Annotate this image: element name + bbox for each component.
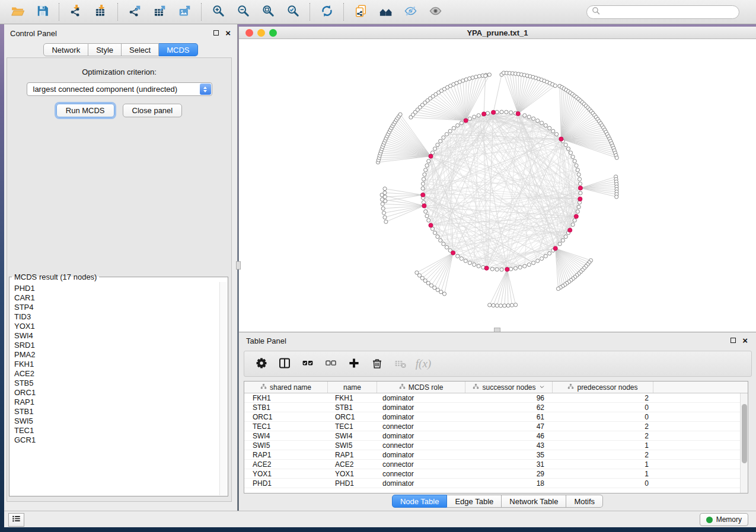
cell-name[interactable]: SWI4 (328, 431, 377, 440)
table-scrollbar-thumb[interactable] (742, 404, 747, 463)
mcds-result-item[interactable]: SRD1 (14, 341, 219, 350)
run-mcds-button[interactable]: Run MCDS (56, 104, 114, 117)
cell-name[interactable]: FKH1 (328, 393, 377, 402)
save-session-button[interactable] (30, 1, 55, 23)
cell-mcds-role[interactable]: dominator (377, 450, 465, 459)
cell-name[interactable]: YOX1 (328, 469, 377, 478)
column-header-successor-nodes[interactable]: successor nodes (465, 382, 553, 393)
table-row[interactable]: TEC1TEC1connector472 (244, 422, 748, 431)
cell-name[interactable]: TEC1 (328, 422, 377, 431)
zoom-selected-button[interactable] (280, 1, 305, 23)
cell-predecessor-nodes[interactable]: 1 (553, 441, 653, 450)
float-window-icon[interactable] (213, 30, 219, 36)
mcds-result-list[interactable]: PHD1CAR1STP4TID3YOX1SWI4SRD1PMA2FKH1ACE2… (10, 283, 219, 495)
zoom-in-button[interactable] (206, 1, 231, 23)
show-all-button[interactable] (423, 1, 448, 23)
cell-name[interactable]: PHD1 (328, 479, 377, 488)
mcds-result-item[interactable]: CAR1 (14, 293, 219, 303)
cell-name[interactable]: RAP1 (328, 450, 377, 459)
table-row[interactable]: SWI5SWI5connector431 (244, 441, 748, 450)
table-scrollbar[interactable] (740, 393, 748, 493)
cell-shared-name[interactable]: ACE2 (244, 460, 328, 469)
first-neighbors-button[interactable] (373, 1, 398, 23)
open-file-button[interactable] (5, 1, 30, 23)
tab-motifs[interactable]: Motifs (566, 495, 603, 508)
mcds-result-item[interactable]: YOX1 (14, 322, 219, 331)
delete-columns-button[interactable] (368, 354, 387, 373)
optimization-criterion-select[interactable]: largest connected component (undirected) (27, 82, 212, 96)
cell-name[interactable]: ORC1 (328, 412, 377, 421)
export-table-button[interactable] (147, 1, 172, 23)
cell-shared-name[interactable]: SWI5 (244, 441, 328, 450)
mcds-result-item[interactable]: SWI5 (14, 416, 219, 426)
cell-mcds-role[interactable]: dominator (377, 412, 465, 421)
cell-predecessor-nodes[interactable]: 0 (553, 479, 653, 488)
cell-shared-name[interactable]: STB1 (244, 403, 328, 412)
column-header-shared-name[interactable]: shared name (244, 382, 328, 393)
cell-successor-nodes[interactable]: 29 (465, 469, 553, 478)
cell-mcds-role[interactable]: dominator (377, 479, 465, 488)
export-network-button[interactable] (122, 1, 147, 23)
mcds-result-item[interactable]: GCR1 (14, 435, 219, 445)
tab-mcds[interactable]: MCDS (159, 43, 197, 56)
cell-predecessor-nodes[interactable]: 0 (553, 412, 653, 421)
table-row[interactable]: FKH1FKH1dominator962 (244, 393, 748, 403)
mcds-result-item[interactable]: FKH1 (14, 360, 219, 369)
close-panel-icon[interactable]: × (742, 337, 748, 344)
table-row[interactable]: PHD1PHD1dominator180 (244, 479, 748, 488)
cell-shared-name[interactable]: FKH1 (244, 393, 328, 402)
tab-network[interactable]: Network (43, 43, 88, 56)
cell-mcds-role[interactable]: connector (377, 422, 465, 431)
cell-shared-name[interactable]: YOX1 (244, 469, 328, 478)
cell-successor-nodes[interactable]: 35 (465, 450, 553, 459)
network-canvas[interactable] (239, 39, 756, 332)
cell-successor-nodes[interactable]: 43 (465, 441, 553, 450)
cell-predecessor-nodes[interactable]: 2 (553, 422, 653, 431)
column-header-predecessor-nodes[interactable]: predecessor nodes (553, 382, 653, 393)
cell-successor-nodes[interactable]: 62 (465, 403, 553, 412)
network-window-titlebar[interactable]: YPA_prune.txt_1 (239, 27, 756, 39)
clone-network-button[interactable] (348, 1, 373, 23)
table-row[interactable]: ACE2ACE2connector311 (244, 460, 748, 469)
zoom-out-button[interactable] (231, 1, 256, 23)
table-row[interactable]: YOX1YOX1connector291 (244, 469, 748, 479)
cell-mcds-role[interactable]: connector (377, 460, 465, 469)
cell-mcds-role[interactable]: dominator (377, 403, 465, 412)
memory-button[interactable]: Memory (700, 513, 748, 526)
tab-node-table[interactable]: Node Table (392, 495, 448, 508)
cell-successor-nodes[interactable]: 31 (465, 460, 553, 469)
cell-successor-nodes[interactable]: 18 (465, 479, 553, 488)
cell-mcds-role[interactable]: connector (377, 441, 465, 450)
mcds-result-item[interactable]: ORC1 (14, 388, 219, 398)
task-history-button[interactable] (8, 513, 24, 527)
mcds-list-scrollbar[interactable] (219, 282, 227, 495)
mcds-result-item[interactable]: TID3 (14, 312, 219, 322)
tab-network-table[interactable]: Network Table (502, 495, 566, 508)
cell-predecessor-nodes[interactable]: 2 (553, 450, 653, 459)
mcds-result-item[interactable]: PMA2 (14, 350, 219, 360)
mcds-result-item[interactable]: STP4 (14, 303, 219, 312)
search-box[interactable] (586, 5, 739, 19)
hide-selected-button[interactable] (398, 1, 423, 23)
show-columns-button[interactable] (275, 354, 294, 373)
mcds-result-item[interactable]: TEC1 (14, 426, 219, 435)
mcds-result-item[interactable]: PHD1 (14, 284, 219, 293)
mcds-result-item[interactable]: ACE2 (14, 369, 219, 379)
cell-successor-nodes[interactable]: 47 (465, 422, 553, 431)
column-header-mcds-role[interactable]: MCDS role (377, 382, 465, 393)
create-column-button[interactable] (344, 354, 363, 373)
table-row[interactable]: RAP1RAP1dominator352 (244, 450, 748, 460)
export-image-button[interactable] (172, 1, 197, 23)
table-row[interactable]: SWI4SWI4dominator462 (244, 431, 748, 441)
cell-mcds-role[interactable]: dominator (377, 393, 465, 402)
cell-name[interactable]: SWI5 (328, 441, 377, 450)
tab-edge-table[interactable]: Edge Table (447, 495, 502, 508)
column-header-name[interactable]: name (328, 382, 377, 393)
cell-predecessor-nodes[interactable]: 1 (553, 469, 653, 478)
cell-predecessor-nodes[interactable]: 2 (553, 431, 653, 440)
import-network-button[interactable] (63, 1, 88, 23)
close-panel-icon[interactable]: × (225, 30, 231, 36)
mcds-result-item[interactable]: SWI4 (14, 331, 219, 341)
zoom-fit-button[interactable] (256, 1, 280, 23)
cell-shared-name[interactable]: PHD1 (244, 479, 328, 488)
